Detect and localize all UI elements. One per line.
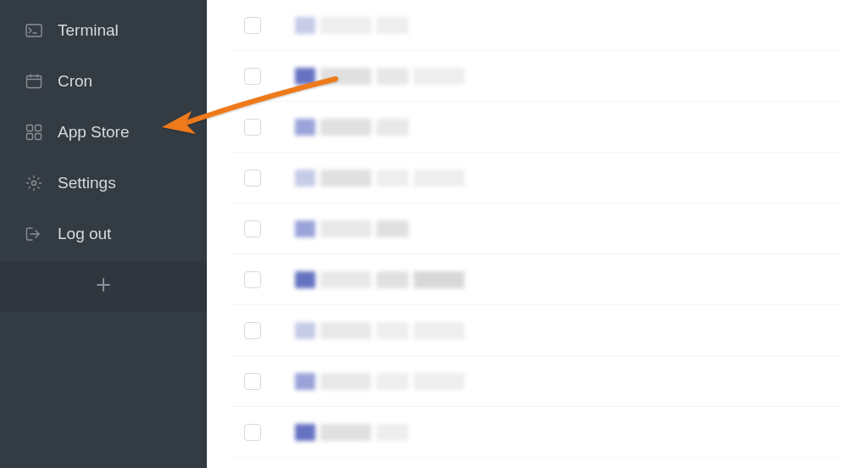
list-item[interactable] bbox=[232, 407, 843, 458]
sidebar-item-log-out[interactable]: Log out bbox=[0, 209, 207, 259]
plus-icon bbox=[97, 278, 110, 295]
row-checkbox[interactable] bbox=[244, 271, 261, 288]
row-content-placeholder bbox=[295, 119, 409, 136]
list-item[interactable] bbox=[232, 153, 843, 203]
sidebar-add-button[interactable] bbox=[0, 261, 207, 312]
main-content bbox=[207, 0, 868, 468]
sidebar-item-label: Log out bbox=[58, 225, 111, 243]
svg-rect-0 bbox=[26, 25, 42, 36]
logout-icon bbox=[25, 226, 42, 242]
list-item[interactable] bbox=[232, 356, 843, 407]
list-item[interactable] bbox=[232, 305, 843, 356]
svg-rect-7 bbox=[36, 125, 42, 131]
row-checkbox[interactable] bbox=[244, 119, 261, 136]
row-content-placeholder bbox=[295, 170, 465, 187]
row-content-placeholder bbox=[295, 68, 465, 85]
row-checkbox[interactable] bbox=[244, 373, 261, 390]
list-item[interactable] bbox=[232, 0, 843, 51]
sidebar-item-cron[interactable]: Cron bbox=[0, 56, 207, 107]
sidebar-item-terminal[interactable]: Terminal bbox=[0, 5, 207, 56]
sidebar: Terminal Cron App Store bbox=[0, 0, 207, 468]
row-checkbox[interactable] bbox=[244, 220, 261, 237]
row-content-placeholder bbox=[295, 220, 409, 237]
svg-rect-8 bbox=[27, 134, 33, 140]
list-item[interactable] bbox=[232, 51, 843, 102]
list-item[interactable] bbox=[232, 102, 843, 153]
list-item[interactable] bbox=[232, 254, 843, 305]
sidebar-item-label: Cron bbox=[58, 72, 92, 91]
row-checkbox[interactable] bbox=[244, 17, 261, 34]
row-content-placeholder bbox=[295, 373, 465, 390]
sidebar-item-label: App Store bbox=[58, 123, 130, 142]
svg-rect-9 bbox=[36, 134, 42, 140]
list-item[interactable] bbox=[232, 203, 843, 254]
row-content-placeholder bbox=[295, 17, 409, 34]
row-content-placeholder bbox=[295, 424, 409, 441]
sidebar-item-label: Settings bbox=[58, 174, 116, 192]
apps-icon bbox=[25, 124, 42, 141]
terminal-icon bbox=[25, 22, 42, 39]
row-checkbox[interactable] bbox=[244, 322, 261, 339]
svg-point-10 bbox=[32, 181, 36, 186]
sidebar-item-label: Terminal bbox=[58, 21, 119, 40]
calendar-icon bbox=[25, 73, 42, 90]
row-checkbox[interactable] bbox=[244, 68, 261, 85]
svg-rect-2 bbox=[27, 76, 42, 88]
row-checkbox[interactable] bbox=[244, 424, 261, 441]
row-content-placeholder bbox=[295, 322, 465, 339]
sidebar-item-settings[interactable]: Settings bbox=[0, 158, 207, 209]
sidebar-item-app-store[interactable]: App Store bbox=[0, 107, 207, 158]
row-content-placeholder bbox=[295, 271, 465, 288]
row-checkbox[interactable] bbox=[244, 170, 261, 187]
svg-rect-6 bbox=[27, 125, 33, 131]
gear-icon bbox=[25, 175, 42, 192]
